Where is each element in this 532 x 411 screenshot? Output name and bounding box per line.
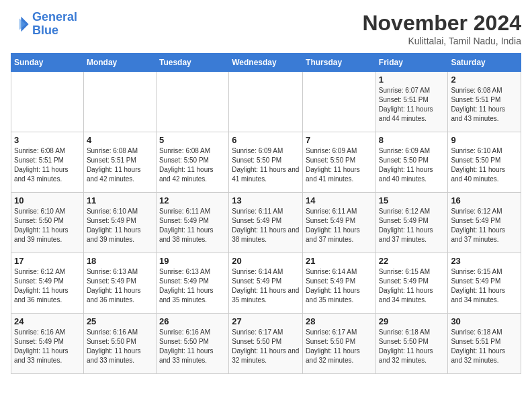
weekday-header: Friday <box>375 54 448 72</box>
day-info: Sunrise: 6:15 AM Sunset: 5:49 PM Dayligh… <box>451 267 518 305</box>
day-info: Sunrise: 6:12 AM Sunset: 5:49 PM Dayligh… <box>379 207 445 244</box>
day-number: 18 <box>87 256 153 266</box>
calendar-cell: 1Sunrise: 6:07 AM Sunset: 5:51 PM Daylig… <box>375 72 448 132</box>
day-number: 6 <box>232 135 300 145</box>
logo: General Blue <box>11 11 77 38</box>
calendar-cell: 14Sunrise: 6:11 AM Sunset: 5:49 PM Dayli… <box>303 193 376 253</box>
calendar-cell: 10Sunrise: 6:10 AM Sunset: 5:50 PM Dayli… <box>11 193 84 253</box>
day-info: Sunrise: 6:13 AM Sunset: 5:49 PM Dayligh… <box>87 267 153 305</box>
day-number: 3 <box>14 135 81 145</box>
calendar-week-row: 24Sunrise: 6:16 AM Sunset: 5:49 PM Dayli… <box>11 314 521 374</box>
calendar-cell: 18Sunrise: 6:13 AM Sunset: 5:49 PM Dayli… <box>83 253 156 314</box>
calendar-cell: 25Sunrise: 6:16 AM Sunset: 5:50 PM Dayli… <box>83 314 156 374</box>
day-number: 4 <box>87 135 153 145</box>
day-number: 5 <box>159 135 226 145</box>
day-info: Sunrise: 6:08 AM Sunset: 5:51 PM Dayligh… <box>451 86 518 124</box>
calendar-cell: 23Sunrise: 6:15 AM Sunset: 5:49 PM Dayli… <box>448 253 521 314</box>
day-info: Sunrise: 6:09 AM Sunset: 5:50 PM Dayligh… <box>306 146 373 184</box>
day-info: Sunrise: 6:17 AM Sunset: 5:50 PM Dayligh… <box>306 328 373 365</box>
calendar-cell: 4Sunrise: 6:08 AM Sunset: 5:51 PM Daylig… <box>83 132 156 193</box>
day-number: 21 <box>306 256 373 266</box>
day-number: 26 <box>159 316 226 326</box>
day-number: 29 <box>379 316 445 326</box>
day-info: Sunrise: 6:08 AM Sunset: 5:51 PM Dayligh… <box>87 146 153 184</box>
day-info: Sunrise: 6:08 AM Sunset: 5:51 PM Dayligh… <box>14 146 81 184</box>
day-info: Sunrise: 6:07 AM Sunset: 5:51 PM Dayligh… <box>379 86 445 124</box>
day-number: 25 <box>87 316 153 326</box>
day-info: Sunrise: 6:12 AM Sunset: 5:49 PM Dayligh… <box>14 267 81 305</box>
day-info: Sunrise: 6:13 AM Sunset: 5:49 PM Dayligh… <box>159 267 226 305</box>
day-info: Sunrise: 6:16 AM Sunset: 5:49 PM Dayligh… <box>14 328 81 365</box>
day-info: Sunrise: 6:10 AM Sunset: 5:50 PM Dayligh… <box>451 146 518 184</box>
weekday-header: Sunday <box>11 54 84 72</box>
calendar-week-row: 1Sunrise: 6:07 AM Sunset: 5:51 PM Daylig… <box>11 72 521 132</box>
weekday-header: Monday <box>83 54 156 72</box>
day-number: 17 <box>14 256 81 266</box>
day-number: 9 <box>451 135 518 145</box>
calendar-cell: 27Sunrise: 6:17 AM Sunset: 5:50 PM Dayli… <box>229 314 303 374</box>
day-number: 22 <box>379 256 445 266</box>
calendar-week-row: 3Sunrise: 6:08 AM Sunset: 5:51 PM Daylig… <box>11 132 521 193</box>
calendar-cell <box>11 72 84 132</box>
day-number: 14 <box>306 195 373 205</box>
calendar-cell: 12Sunrise: 6:11 AM Sunset: 5:49 PM Dayli… <box>156 193 228 253</box>
day-number: 20 <box>232 256 300 266</box>
calendar-week-row: 17Sunrise: 6:12 AM Sunset: 5:49 PM Dayli… <box>11 253 521 314</box>
day-info: Sunrise: 6:16 AM Sunset: 5:50 PM Dayligh… <box>87 328 153 365</box>
location-subtitle: Kulittalai, Tamil Nadu, India <box>362 36 521 46</box>
calendar-cell: 20Sunrise: 6:14 AM Sunset: 5:49 PM Dayli… <box>229 253 303 314</box>
day-number: 15 <box>379 195 445 205</box>
day-number: 10 <box>14 195 81 205</box>
calendar-cell: 28Sunrise: 6:17 AM Sunset: 5:50 PM Dayli… <box>303 314 376 374</box>
calendar-cell: 2Sunrise: 6:08 AM Sunset: 5:51 PM Daylig… <box>448 72 521 132</box>
day-number: 19 <box>159 256 226 266</box>
calendar-header: SundayMondayTuesdayWednesdayThursdayFrid… <box>11 54 521 72</box>
day-number: 27 <box>232 316 300 326</box>
day-info: Sunrise: 6:15 AM Sunset: 5:49 PM Dayligh… <box>379 267 445 305</box>
calendar-cell: 13Sunrise: 6:11 AM Sunset: 5:49 PM Dayli… <box>229 193 303 253</box>
calendar-cell: 6Sunrise: 6:09 AM Sunset: 5:50 PM Daylig… <box>229 132 303 193</box>
day-info: Sunrise: 6:11 AM Sunset: 5:49 PM Dayligh… <box>159 207 226 244</box>
day-info: Sunrise: 6:09 AM Sunset: 5:50 PM Dayligh… <box>232 146 300 184</box>
day-info: Sunrise: 6:18 AM Sunset: 5:50 PM Dayligh… <box>379 328 445 365</box>
logo-line1: General <box>32 10 77 24</box>
month-title: November 2024 <box>362 11 521 36</box>
day-info: Sunrise: 6:10 AM Sunset: 5:49 PM Dayligh… <box>87 207 153 244</box>
weekday-header-row: SundayMondayTuesdayWednesdayThursdayFrid… <box>11 54 521 72</box>
day-info: Sunrise: 6:17 AM Sunset: 5:50 PM Dayligh… <box>232 328 300 365</box>
calendar-cell: 15Sunrise: 6:12 AM Sunset: 5:49 PM Dayli… <box>375 193 448 253</box>
calendar-cell <box>83 72 156 132</box>
day-number: 23 <box>451 256 518 266</box>
calendar-week-row: 10Sunrise: 6:10 AM Sunset: 5:50 PM Dayli… <box>11 193 521 253</box>
day-info: Sunrise: 6:10 AM Sunset: 5:50 PM Dayligh… <box>14 207 81 244</box>
day-number: 30 <box>451 316 518 326</box>
calendar-cell: 5Sunrise: 6:08 AM Sunset: 5:50 PM Daylig… <box>156 132 228 193</box>
day-number: 16 <box>451 195 518 205</box>
day-info: Sunrise: 6:16 AM Sunset: 5:50 PM Dayligh… <box>159 328 226 365</box>
calendar-cell: 26Sunrise: 6:16 AM Sunset: 5:50 PM Dayli… <box>156 314 228 374</box>
calendar-cell: 24Sunrise: 6:16 AM Sunset: 5:49 PM Dayli… <box>11 314 84 374</box>
weekday-header: Tuesday <box>156 54 228 72</box>
calendar-cell: 22Sunrise: 6:15 AM Sunset: 5:49 PM Dayli… <box>375 253 448 314</box>
day-info: Sunrise: 6:08 AM Sunset: 5:50 PM Dayligh… <box>159 146 226 184</box>
day-number: 2 <box>451 75 518 85</box>
weekday-header: Thursday <box>303 54 376 72</box>
logo-text: General Blue <box>32 11 77 38</box>
day-number: 13 <box>232 195 300 205</box>
day-info: Sunrise: 6:11 AM Sunset: 5:49 PM Dayligh… <box>232 207 300 244</box>
weekday-header: Wednesday <box>229 54 303 72</box>
day-number: 24 <box>14 316 81 326</box>
calendar-cell <box>229 72 303 132</box>
calendar-cell: 11Sunrise: 6:10 AM Sunset: 5:49 PM Dayli… <box>83 193 156 253</box>
day-number: 11 <box>87 195 153 205</box>
calendar-cell: 16Sunrise: 6:12 AM Sunset: 5:49 PM Dayli… <box>448 193 521 253</box>
day-info: Sunrise: 6:14 AM Sunset: 5:49 PM Dayligh… <box>232 267 300 305</box>
calendar-cell: 19Sunrise: 6:13 AM Sunset: 5:49 PM Dayli… <box>156 253 228 314</box>
day-info: Sunrise: 6:18 AM Sunset: 5:51 PM Dayligh… <box>451 328 518 365</box>
day-number: 28 <box>306 316 373 326</box>
logo-icon <box>11 15 30 34</box>
calendar-cell <box>303 72 376 132</box>
day-number: 7 <box>306 135 373 145</box>
calendar-cell: 8Sunrise: 6:09 AM Sunset: 5:50 PM Daylig… <box>375 132 448 193</box>
day-info: Sunrise: 6:14 AM Sunset: 5:49 PM Dayligh… <box>306 267 373 305</box>
